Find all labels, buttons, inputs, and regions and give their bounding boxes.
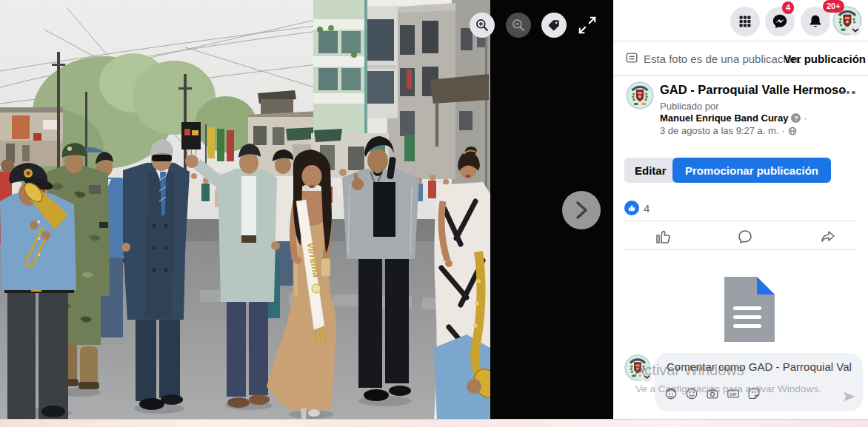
post-note-icon <box>625 51 638 67</box>
notifications-badge: 20+ <box>823 0 844 13</box>
chevron-down-icon <box>644 374 650 380</box>
smiley-icon <box>685 387 698 400</box>
parade-photo[interactable]: Virreina <box>0 0 490 419</box>
like-reaction-icon[interactable] <box>624 201 639 215</box>
svg-text:GIF: GIF <box>730 392 738 397</box>
zoom-in-icon <box>475 18 490 33</box>
like-button[interactable] <box>637 226 689 248</box>
post-sidebar: 4 20+ Esta foto es de una publicación. V… <box>613 0 868 420</box>
page-name-link[interactable]: GAD - Parroquial Valle Hermoso <box>660 83 846 97</box>
commenter-chevron-badge[interactable] <box>641 371 652 383</box>
publisher-row: Manuel Enrique Band Curay ? · <box>660 112 807 124</box>
emoji-button[interactable] <box>685 387 698 400</box>
page-avatar[interactable] <box>626 81 654 110</box>
chevron-down-icon <box>852 27 859 34</box>
published-by-label: Publicado por <box>660 101 719 112</box>
help-icon[interactable]: ? <box>791 113 801 123</box>
apps-grid-icon <box>738 14 752 29</box>
avatar-sticker-button[interactable] <box>664 387 678 400</box>
account-chevron-badge[interactable] <box>849 24 861 36</box>
apps-menu-button[interactable] <box>730 7 760 36</box>
document-placeholder-icon <box>718 275 776 346</box>
view-post-link[interactable]: Ver publicación <box>784 53 866 65</box>
thumb-up-icon <box>654 228 672 246</box>
sticker-button[interactable] <box>747 387 761 400</box>
zoom-out-icon <box>511 18 526 33</box>
expand-icon <box>578 16 597 35</box>
comment-placeholder: Comentar como GAD - Parroquial Vall... <box>667 360 852 373</box>
gif-icon: GIF <box>727 387 740 400</box>
zoom-in-button[interactable] <box>470 13 495 38</box>
tag-photo-button[interactable] <box>541 13 567 38</box>
divider <box>613 75 868 76</box>
send-icon <box>842 389 857 404</box>
chevron-right-icon <box>572 199 590 221</box>
like-count[interactable]: 4 <box>644 202 650 215</box>
separator-dot: · <box>804 112 807 124</box>
post-options-button[interactable] <box>838 84 858 101</box>
banner-message: Esta foto es de una publicación. <box>644 53 801 65</box>
divider <box>624 249 857 250</box>
tag-icon <box>547 19 561 32</box>
attach-photo-button[interactable] <box>706 387 719 400</box>
publisher-name-link[interactable]: Manuel Enrique Band Curay <box>660 112 788 124</box>
separator-dot: · <box>781 125 784 136</box>
share-arrow-icon <box>819 228 837 246</box>
comment-input[interactable]: Comentar como GAD - Parroquial Vall... <box>655 353 863 411</box>
messenger-badge: 4 <box>782 1 794 14</box>
zoom-out-button[interactable] <box>506 13 531 38</box>
avatar-emoji-icon <box>664 387 678 400</box>
gif-button[interactable]: GIF <box>727 387 740 400</box>
photo-viewer-stage: Virreina <box>0 0 613 420</box>
send-comment-button[interactable] <box>841 388 858 406</box>
window-bottom-edge <box>0 419 868 427</box>
bell-icon <box>807 13 824 30</box>
post-timestamp[interactable]: 3 de agosto a las 9:27 a. m. <box>660 125 778 136</box>
sticker-icon <box>747 387 761 400</box>
next-photo-button[interactable] <box>562 191 601 229</box>
comment-bubble-icon <box>736 228 754 246</box>
camera-icon <box>706 387 719 400</box>
globe-icon <box>788 127 797 135</box>
comment-button[interactable] <box>719 226 771 248</box>
promote-post-button[interactable]: Promocionar publicación <box>672 158 831 183</box>
messenger-icon <box>772 13 788 30</box>
timestamp-row: 3 de agosto a las 9:27 a. m. · <box>660 125 797 136</box>
page-crest-image <box>626 81 654 110</box>
share-button[interactable] <box>802 226 854 248</box>
divider <box>613 41 868 41</box>
thumb-up-filled-icon <box>627 204 636 212</box>
edit-button[interactable]: Editar <box>624 158 677 183</box>
divider <box>624 221 857 221</box>
fullscreen-button[interactable] <box>575 13 599 37</box>
